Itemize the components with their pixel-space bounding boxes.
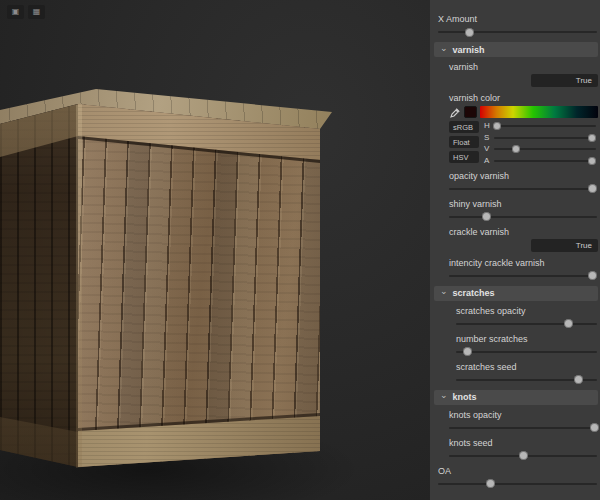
chevron-down-icon: ⌄ — [440, 44, 448, 53]
view-mode-icon[interactable]: ▦ — [28, 5, 45, 19]
section-title: scratches — [453, 288, 495, 298]
section-title: varnish — [453, 45, 485, 55]
x-amount-slider[interactable] — [438, 27, 597, 37]
intensity-crackle-label: intencity crackle varnish — [449, 258, 600, 268]
slider-knob[interactable] — [588, 134, 596, 142]
saturation-slider[interactable] — [494, 133, 596, 142]
slider-knob[interactable] — [588, 157, 596, 165]
shiny-varnish-slider[interactable] — [449, 212, 597, 222]
intensity-crackle-slider[interactable] — [449, 271, 597, 281]
scratches-seed-slider[interactable] — [456, 375, 597, 385]
section-title: knots — [453, 392, 477, 402]
hue-channel-label: H — [484, 121, 491, 131]
camera-icon[interactable]: ▣ — [7, 5, 24, 19]
knots-seed-slider[interactable] — [449, 451, 597, 461]
slider-knob[interactable] — [564, 319, 573, 328]
slider-track — [494, 148, 596, 150]
eyedropper-icon[interactable] — [449, 106, 461, 118]
slider-track — [449, 216, 597, 218]
knots-opacity-label: knots opacity — [449, 410, 600, 420]
slider-knob[interactable] — [588, 271, 597, 280]
slider-knob[interactable] — [493, 122, 501, 130]
varnish-color-label: varnish color — [449, 93, 600, 103]
slider-knob[interactable] — [588, 184, 597, 193]
slider-track — [494, 137, 596, 139]
viewport-toolbar: ▣ ▦ — [7, 5, 45, 19]
varnish-toggle-label: varnish — [449, 62, 600, 72]
float-button[interactable]: Float — [449, 136, 479, 148]
chevron-down-icon: ⌄ — [440, 391, 448, 400]
slider-track — [456, 323, 597, 325]
slider-knob[interactable] — [465, 28, 474, 37]
section-header-knots[interactable]: ⌄ knots — [434, 390, 598, 405]
slider-track — [449, 188, 597, 190]
number-scratches-label: number scratches — [456, 334, 600, 344]
chevron-down-icon: ⌄ — [440, 287, 448, 296]
color-swatch[interactable] — [464, 106, 477, 118]
crackle-varnish-label: crackle varnish — [449, 227, 600, 237]
slider-knob[interactable] — [590, 423, 599, 432]
alpha-channel-label: A — [484, 156, 491, 166]
properties-panel: X Amount ⌄ varnish varnish True varnish … — [430, 0, 600, 500]
section-header-varnish[interactable]: ⌄ varnish — [434, 42, 598, 57]
saturation-channel-label: S — [484, 133, 491, 143]
slider-track — [494, 125, 596, 127]
hue-slider[interactable] — [494, 122, 596, 131]
scratches-opacity-slider[interactable] — [456, 319, 597, 329]
opacity-varnish-slider[interactable] — [449, 184, 597, 194]
slider-track — [438, 483, 597, 485]
opacity-varnish-label: opacity varnish — [449, 171, 600, 181]
slider-knob[interactable] — [512, 145, 520, 153]
hsv-button[interactable]: HSV — [449, 151, 479, 163]
slider-track — [449, 275, 597, 277]
alpha-slider[interactable] — [494, 156, 596, 165]
app-window: ▣ ▦ X Amount ⌄ varnish varnish True varn… — [0, 0, 600, 500]
number-scratches-slider[interactable] — [456, 347, 597, 357]
oa-label: OA — [438, 466, 600, 476]
srgb-button[interactable]: sRGB — [449, 121, 479, 133]
slider-knob[interactable] — [463, 347, 472, 356]
shiny-varnish-label: shiny varnish — [449, 199, 600, 209]
scratches-seed-label: scratches seed — [456, 362, 600, 372]
slider-track — [456, 351, 597, 353]
oa-slider[interactable] — [438, 479, 597, 489]
slider-track — [494, 160, 596, 162]
crackle-toggle-button[interactable]: True — [531, 239, 598, 252]
value-channel-label: V — [484, 144, 491, 154]
scratches-opacity-label: scratches opacity — [456, 306, 600, 316]
slider-knob[interactable] — [519, 451, 528, 460]
viewport-3d[interactable]: ▣ ▦ — [0, 0, 430, 500]
slider-track — [449, 427, 597, 429]
slider-knob[interactable] — [486, 479, 495, 488]
knots-seed-label: knots seed — [449, 438, 600, 448]
section-header-scratches[interactable]: ⌄ scratches — [434, 286, 598, 301]
value-slider[interactable] — [494, 145, 596, 154]
color-picker-row — [449, 106, 598, 118]
x-amount-label: X Amount — [438, 14, 600, 24]
color-controls: sRGB Float HSV H S — [449, 121, 597, 166]
hue-gradient-bar[interactable] — [480, 106, 598, 118]
varnish-toggle-button[interactable]: True — [531, 74, 598, 87]
slider-knob[interactable] — [482, 212, 491, 221]
slider-knob[interactable] — [574, 375, 583, 384]
slider-track — [438, 31, 597, 33]
knots-opacity-slider[interactable] — [449, 423, 597, 433]
